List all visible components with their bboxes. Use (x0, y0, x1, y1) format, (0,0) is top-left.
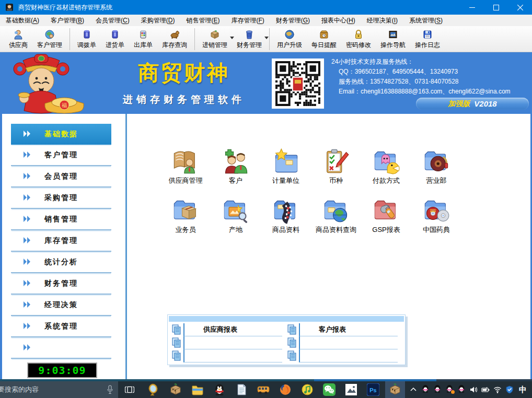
qq-music-icon[interactable] (301, 383, 314, 396)
close-button[interactable] (508, 0, 532, 15)
sidebar-item-purchase-mgmt[interactable]: 采购管理 (11, 188, 111, 209)
sidebar-item-finance-mgmt[interactable]: 财务管理 (11, 273, 111, 295)
toolbar-button-operation-nav[interactable]: 操作导航 (376, 28, 410, 50)
sidebar-item-empty[interactable] (11, 337, 111, 359)
photoshop-icon[interactable]: Ps (367, 383, 379, 396)
shortcut-unit[interactable]: 计量单位 (261, 148, 311, 185)
shortcut-product-query[interactable]: 商品资料查询 (311, 197, 361, 235)
version-label: V2018 (474, 99, 496, 108)
toolbar-button-user-upgrade[interactable]: 用户升级 (272, 28, 307, 50)
shortcut-origin[interactable]: 产地 (211, 197, 261, 235)
double-arrow-icon (24, 216, 31, 222)
sidebar-item-sales-mgmt[interactable]: 销售管理 (11, 209, 111, 230)
report-link-row[interactable] (286, 336, 398, 349)
toolbar-button-customer-mgmt[interactable]: 客户管理 (32, 28, 67, 50)
sidebar-item-system-mgmt[interactable]: 系统管理 (11, 316, 111, 337)
toolbar-button-password-change[interactable]: 密码修改 (341, 28, 376, 50)
menu-basic-data[interactable]: 基础数据(A) (0, 16, 45, 25)
shortcut-sales-dept[interactable]: 营业部 (411, 148, 461, 185)
report-link-row[interactable] (171, 349, 282, 362)
sidebar-item-manager-decision[interactable]: 经理决策 (11, 295, 111, 316)
system-tray: 中 (409, 384, 532, 395)
qq-tray-icon[interactable] (433, 384, 442, 395)
toolbar-button-inventory-query[interactable]: 库存查询 (157, 28, 192, 50)
volume-icon[interactable] (469, 385, 478, 394)
dropdown-caret-icon[interactable] (264, 37, 269, 39)
file-explorer-icon[interactable] (191, 383, 204, 396)
ime-indicator[interactable]: 中 (517, 385, 527, 395)
shortcut-product-data[interactable]: 商品资料 (261, 197, 311, 235)
version-badge: 加强版 V2018 (416, 98, 529, 110)
sidebar-item-member-mgmt[interactable]: 会员管理 (11, 166, 111, 188)
toolbar-button-purchase-sale-mgmt[interactable]: 进销管理 (198, 28, 232, 50)
report-doc-icon (172, 350, 181, 361)
menu-customer-mgmt[interactable]: 客户管理(B) (45, 16, 90, 25)
shortcut-pharmacopoeia[interactable]: 中国药典 (411, 197, 461, 235)
menu-system-mgmt[interactable]: 系统管理(S) (403, 16, 448, 25)
toolbar-button-purchase-order[interactable]: 进货单 (101, 28, 129, 50)
toolbar-button-operation-log[interactable]: 操作日志 (410, 28, 445, 50)
security-shield-icon[interactable] (505, 385, 514, 394)
menu-sales-mgmt[interactable]: 销售管理(E) (180, 16, 225, 25)
report-link-row[interactable] (171, 336, 282, 349)
qq-tray-icon-with-badge[interactable] (445, 384, 454, 395)
toolbar-button-outbound-order[interactable]: 出库单 (129, 28, 157, 50)
menu-finance-mgmt[interactable]: 财务管理(G) (270, 16, 316, 25)
report-link-row[interactable]: 供应商报表 (171, 323, 282, 336)
toolbar-button-transfer-order[interactable]: 调拨单 (73, 28, 101, 50)
minimize-button[interactable] (460, 0, 484, 15)
report-link-row[interactable]: 客户报表 (286, 323, 398, 336)
microphone-icon[interactable] (107, 385, 113, 394)
double-arrow-icon (24, 237, 31, 243)
maximize-button[interactable] (484, 0, 508, 15)
reminder-box-icon (319, 29, 329, 40)
qq-tray-icon[interactable] (421, 384, 430, 395)
bus-app-icon[interactable] (257, 383, 270, 396)
password-lock-icon (353, 29, 364, 40)
photos-icon[interactable] (345, 383, 357, 396)
menu-member-mgmt[interactable]: 会员管理(C) (90, 16, 135, 25)
svg-text:福: 福 (62, 102, 67, 108)
sidebar-item-customer-mgmt[interactable]: 客户管理 (11, 145, 111, 166)
menu-manager-decision[interactable]: 经理决策(I) (361, 16, 403, 25)
wechat-icon[interactable] (323, 383, 336, 396)
app-body: 基础数据 客户管理 会员管理 采购管理 销售管理 库存管理 (0, 114, 532, 379)
qq-icon[interactable] (213, 383, 226, 396)
double-arrow-icon (24, 131, 31, 137)
qq-tray-icon[interactable] (457, 384, 466, 395)
menu-purchase-mgmt[interactable]: 采购管理(D) (135, 16, 181, 25)
toolbar-button-supplier[interactable]: 供应商 (4, 28, 32, 50)
toolbar-button-daily-reminder[interactable]: 每日提醒 (307, 28, 341, 50)
shortcut-salesman[interactable]: 业务员 (160, 197, 211, 235)
sidebar-item-inventory-mgmt[interactable]: 库存管理 (11, 230, 111, 252)
shortcut-gsp-report[interactable]: GSP报表 (361, 197, 411, 235)
shortcut-currency[interactable]: 币种 (311, 148, 361, 185)
window-title: 商贸财神医疗器材进销存管理系统 (18, 3, 112, 12)
firefox-icon[interactable] (279, 383, 292, 396)
toolbar: 供应商 客户管理 调拨单 进货单 出库单 库存查询 进销管理 (0, 26, 532, 52)
box-robot-app-icon[interactable] (169, 383, 182, 396)
wifi-icon[interactable] (493, 385, 502, 394)
shortcut-supplier-mgmt[interactable]: 供应商管理 (160, 148, 211, 185)
menu-report-center[interactable]: 报表中心(H) (316, 16, 361, 25)
battery-icon[interactable] (481, 385, 490, 394)
outbound-cylinder-icon (138, 29, 148, 40)
report-link-row[interactable] (286, 349, 398, 362)
menu-inventory-mgmt[interactable]: 库存管理(F) (225, 16, 270, 25)
report-doc-icon (287, 337, 297, 348)
taskbar-search-box[interactable]: 要搜索的内容 (0, 381, 118, 398)
titlebar: 商贸财神医疗器材进销存管理系统 (0, 0, 532, 15)
tray-expand-icon[interactable] (409, 385, 418, 394)
shortcut-payment-method[interactable]: 付款方式 (361, 148, 411, 185)
mirror-app-icon[interactable] (147, 383, 160, 396)
notepad-icon[interactable] (235, 383, 248, 396)
dept-headphones-folder-icon (423, 148, 450, 175)
shortcut-customer[interactable]: 客户 (211, 148, 261, 185)
toolbar-button-finance-mgmt[interactable]: 财务管理 (232, 28, 267, 50)
customers-people-icon (222, 148, 249, 175)
sidebar-item-statistics[interactable]: 统计分析 (11, 252, 111, 273)
sidebar-item-basic-data[interactable]: 基础数据 (11, 124, 111, 145)
customer-globe-icon (44, 29, 55, 40)
task-view-button[interactable] (118, 381, 141, 398)
active-app-button[interactable] (385, 381, 405, 398)
